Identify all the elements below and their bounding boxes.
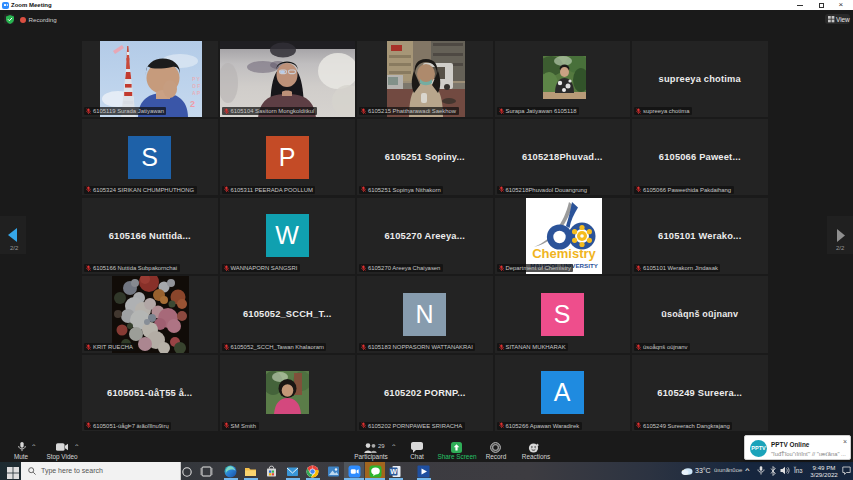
- svg-text:Chemistry: Chemistry: [532, 245, 596, 260]
- svg-text:2: 2: [190, 99, 195, 109]
- svg-text:O F: O F: [192, 83, 200, 89]
- svg-text:P Y: P Y: [192, 76, 201, 82]
- svg-text:A P: A P: [192, 90, 201, 96]
